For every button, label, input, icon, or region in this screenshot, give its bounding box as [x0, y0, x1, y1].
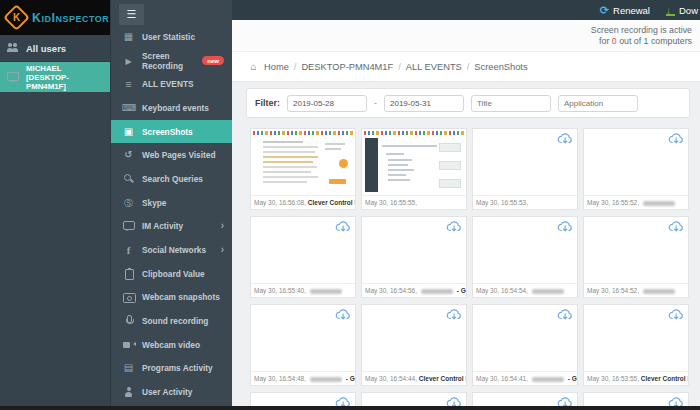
- screenshot-card[interactable]: May 30, 16:55:40,: [250, 216, 356, 298]
- screenshot-caption: May 30, 16:55:55,: [362, 196, 466, 209]
- sidebar-item-user-activity[interactable]: User Activity: [111, 380, 232, 404]
- screenshot-thumbnail: [251, 305, 355, 372]
- sidebar-item-programs-activity[interactable]: Programs Activity: [111, 357, 232, 381]
- date-range-separator: -: [374, 98, 377, 108]
- top-bar: Renewal Dow: [232, 0, 700, 20]
- sidebar-item-label: Programs Activity: [142, 363, 213, 373]
- sidebar-item-im-activity[interactable]: IM Activity: [111, 215, 232, 239]
- breadcrumb-computer[interactable]: DESKTOP-PMN4M1F: [301, 62, 393, 72]
- sidebar-item-label: Keyboard events: [142, 103, 209, 113]
- date-from-input[interactable]: [287, 95, 367, 112]
- breadcrumb-screenshots[interactable]: ScreenShots: [474, 62, 527, 72]
- sidebar-item-web-pages-visited[interactable]: Web Pages Visited: [111, 143, 232, 167]
- sidebar-item-screen-recording[interactable]: Screen Recording new: [111, 49, 232, 73]
- chat-icon: [122, 220, 135, 232]
- sidebar-item-keyboard-events[interactable]: Keyboard events: [111, 96, 232, 120]
- sidebar-item-sound-recording[interactable]: Sound recording: [111, 309, 232, 333]
- redacted-text: [643, 201, 675, 206]
- screenshot-caption: May 30, 16:55:40,: [251, 284, 355, 297]
- download-cloud-icon[interactable]: [668, 220, 684, 233]
- selected-user-item[interactable]: MICHAEL [DESKTOP-PMN4M1F]: [0, 62, 110, 92]
- download-cloud-icon[interactable]: [557, 220, 573, 233]
- download-cloud-icon[interactable]: [668, 308, 684, 321]
- sidebar-item-label: Webcam video: [142, 340, 200, 350]
- application-filter-input[interactable]: [558, 95, 638, 112]
- sidebar-item-label: Screen Recording: [142, 51, 195, 71]
- screenshot-thumbnail: [362, 217, 466, 284]
- sidebar-item-label: ALL EVENTS: [142, 79, 193, 89]
- download-cloud-icon[interactable]: [335, 308, 351, 321]
- download-cloud-icon[interactable]: [335, 220, 351, 233]
- download-button[interactable]: Dow: [666, 5, 698, 16]
- screenshot-card[interactable]: May 30, 16:54:52,: [583, 216, 689, 298]
- sidebar-item-label: Sound recording: [142, 316, 208, 326]
- download-icon: [666, 5, 675, 16]
- screenshot-card[interactable]: May 30, 16:55:52,: [583, 128, 689, 210]
- sidebar-item-search-queries[interactable]: Search Queries: [111, 167, 232, 191]
- screenshot-card[interactable]: May 30, 16:56:08, Clever Control Manual …: [250, 128, 356, 210]
- screenshot-card[interactable]: May 30, 16:54:44, Clever Control Manual …: [361, 304, 467, 386]
- sidebar-item-screenshots[interactable]: ScreenShots: [111, 120, 232, 144]
- sidebar-item-user-statistic[interactable]: User Statistic: [111, 25, 232, 49]
- screenshot-card[interactable]: May 30, 16:54:54,: [472, 216, 578, 298]
- videocam-icon: [122, 339, 135, 351]
- screenshot-card[interactable]: May 30, 16:53:55, Clever Control Manual …: [583, 304, 689, 386]
- screenshot-card[interactable]: May 30, 16:54:56, - Google: [361, 216, 467, 298]
- screenshot-caption: May 30, 16:55:52,: [584, 196, 688, 209]
- download-cloud-icon[interactable]: [668, 132, 684, 145]
- filter-label: Filter:: [255, 98, 280, 108]
- sidebar-item-social-networks[interactable]: Social Networks: [111, 238, 232, 262]
- screenshot-thumbnail: [251, 129, 355, 196]
- screenshot-thumbnail: [473, 305, 577, 372]
- renewal-button[interactable]: Renewal: [600, 4, 650, 17]
- thumb-orange-dot: [339, 159, 348, 168]
- redacted-text: [532, 289, 564, 294]
- breadcrumb-separator: /: [294, 62, 297, 72]
- sidebar-item-label: User Activity: [142, 387, 192, 397]
- sidebar-item-clipboard-value[interactable]: Clipboard Value: [111, 262, 232, 286]
- app-title: KidInspector: [32, 11, 109, 25]
- screenshot-caption: May 30, 16:54:54,: [473, 284, 577, 297]
- hamburger-menu-button[interactable]: ☰: [119, 4, 144, 25]
- renewal-icon: [600, 4, 609, 17]
- screenshot-caption: May 30, 16:54:48, - Google: [251, 372, 355, 385]
- download-cloud-icon[interactable]: [557, 308, 573, 321]
- download-cloud-icon[interactable]: [446, 220, 462, 233]
- microphone-icon: [122, 315, 135, 327]
- filter-bar: Filter: -: [246, 88, 690, 118]
- thumb-panel: [439, 179, 461, 188]
- home-icon: [248, 61, 259, 73]
- breadcrumb: Home / DESKTOP-PMN4M1F / ALL EVENTS / Sc…: [232, 52, 700, 82]
- sidebar-item-skype[interactable]: Skype: [111, 191, 232, 215]
- breadcrumb-all-events[interactable]: ALL EVENTS: [406, 62, 462, 72]
- screenshot-caption: May 30, 16:54:52,: [584, 284, 688, 297]
- title-filter-input[interactable]: [471, 95, 551, 112]
- breadcrumb-separator: /: [398, 62, 401, 72]
- sidebar-item-label: Social Networks: [142, 245, 206, 255]
- screenshots-grid: May 30, 16:56:08, Clever Control Manual …: [232, 128, 700, 410]
- date-to-input[interactable]: [384, 95, 464, 112]
- screenshot-card[interactable]: May 30, 16:54:48, - Google: [250, 304, 356, 386]
- clipboard-icon: [122, 268, 135, 280]
- sidebar-item-label: Web Pages Visited: [142, 150, 215, 160]
- skype-icon: [122, 197, 135, 209]
- kidinspector-app: K KidInspector All users MICHAEL [DESKTO…: [0, 0, 700, 410]
- download-cloud-icon[interactable]: [446, 308, 462, 321]
- screenshot-thumbnail: [473, 217, 577, 284]
- download-cloud-icon[interactable]: [557, 132, 573, 145]
- thumb-sidebar: [365, 138, 378, 192]
- breadcrumb-home[interactable]: Home: [264, 62, 289, 72]
- screenshot-thumbnail: [473, 129, 577, 196]
- renewal-label: Renewal: [613, 5, 650, 16]
- sidebar-item-all-events[interactable]: ALL EVENTS: [111, 72, 232, 96]
- sidebar-item-webcam-video[interactable]: Webcam video: [111, 333, 232, 357]
- breadcrumb-separator: /: [467, 62, 470, 72]
- sidebar-item-webcam-snapshots[interactable]: Webcam snapshots: [111, 286, 232, 310]
- keyboard-icon: [122, 102, 135, 114]
- all-users-item[interactable]: All users: [0, 35, 110, 62]
- screenshot-card[interactable]: May 30, 16:55:53,: [472, 128, 578, 210]
- screenshot-card[interactable]: May 30, 16:55:55,: [361, 128, 467, 210]
- screenshot-card[interactable]: May 30, 16:54:41, - Google: [472, 304, 578, 386]
- list-icon: [122, 78, 135, 90]
- download-label: Dow: [679, 5, 698, 16]
